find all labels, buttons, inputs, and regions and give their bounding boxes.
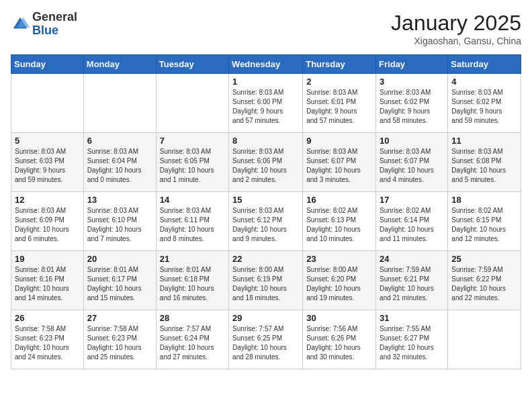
calendar-cell: 8Sunrise: 8:03 AM Sunset: 6:06 PM Daylig… bbox=[229, 133, 303, 192]
day-number: 28 bbox=[160, 313, 225, 323]
day-number: 21 bbox=[160, 254, 225, 264]
calendar-cell: 10Sunrise: 8:03 AM Sunset: 6:07 PM Dayli… bbox=[376, 133, 448, 192]
logo-blue: Blue bbox=[32, 24, 58, 37]
day-info: Sunrise: 8:03 AM Sunset: 6:10 PM Dayligh… bbox=[87, 206, 152, 244]
calendar-cell: 3Sunrise: 8:03 AM Sunset: 6:02 PM Daylig… bbox=[376, 74, 448, 133]
calendar-week-3: 12Sunrise: 8:03 AM Sunset: 6:09 PM Dayli… bbox=[11, 192, 521, 251]
calendar-week-4: 19Sunrise: 8:01 AM Sunset: 6:16 PM Dayli… bbox=[11, 251, 521, 310]
weekday-header-tuesday: Tuesday bbox=[156, 55, 228, 74]
calendar-cell: 26Sunrise: 7:58 AM Sunset: 6:23 PM Dayli… bbox=[11, 310, 84, 369]
day-number: 27 bbox=[87, 313, 152, 323]
day-number: 18 bbox=[451, 195, 517, 205]
day-info: Sunrise: 8:00 AM Sunset: 6:20 PM Dayligh… bbox=[306, 265, 372, 303]
day-info: Sunrise: 8:03 AM Sunset: 6:02 PM Dayligh… bbox=[380, 88, 444, 126]
calendar-cell: 14Sunrise: 8:03 AM Sunset: 6:11 PM Dayli… bbox=[156, 192, 228, 251]
calendar-cell bbox=[83, 74, 156, 133]
calendar-week-2: 5Sunrise: 8:03 AM Sunset: 6:03 PM Daylig… bbox=[11, 133, 521, 192]
calendar-cell: 4Sunrise: 8:03 AM Sunset: 6:02 PM Daylig… bbox=[448, 74, 521, 133]
calendar-table: SundayMondayTuesdayWednesdayThursdayFrid… bbox=[11, 54, 521, 369]
day-number: 19 bbox=[15, 254, 80, 264]
day-info: Sunrise: 8:01 AM Sunset: 6:18 PM Dayligh… bbox=[160, 265, 225, 303]
calendar-cell: 24Sunrise: 7:59 AM Sunset: 6:21 PM Dayli… bbox=[376, 251, 448, 310]
calendar-cell: 20Sunrise: 8:01 AM Sunset: 6:17 PM Dayli… bbox=[83, 251, 156, 310]
day-number: 17 bbox=[380, 195, 444, 205]
logo-icon bbox=[11, 15, 30, 34]
calendar-week-5: 26Sunrise: 7:58 AM Sunset: 6:23 PM Dayli… bbox=[11, 310, 521, 369]
day-info: Sunrise: 8:02 AM Sunset: 6:15 PM Dayligh… bbox=[451, 206, 517, 244]
calendar-cell: 15Sunrise: 8:03 AM Sunset: 6:12 PM Dayli… bbox=[229, 192, 303, 251]
day-number: 4 bbox=[451, 77, 517, 87]
day-info: Sunrise: 8:02 AM Sunset: 6:14 PM Dayligh… bbox=[380, 206, 444, 244]
day-info: Sunrise: 8:03 AM Sunset: 6:12 PM Dayligh… bbox=[232, 206, 299, 244]
day-info: Sunrise: 8:03 AM Sunset: 6:06 PM Dayligh… bbox=[232, 147, 299, 185]
calendar-cell: 17Sunrise: 8:02 AM Sunset: 6:14 PM Dayli… bbox=[376, 192, 448, 251]
day-info: Sunrise: 8:02 AM Sunset: 6:13 PM Dayligh… bbox=[306, 206, 372, 244]
calendar-cell: 7Sunrise: 8:03 AM Sunset: 6:05 PM Daylig… bbox=[156, 133, 228, 192]
day-info: Sunrise: 8:03 AM Sunset: 6:08 PM Dayligh… bbox=[451, 147, 517, 185]
day-number: 29 bbox=[232, 313, 299, 323]
page-header: General Blue January 2025 Xigaoshan, Gan… bbox=[11, 11, 521, 46]
day-info: Sunrise: 8:03 AM Sunset: 6:09 PM Dayligh… bbox=[15, 206, 80, 244]
calendar-cell bbox=[156, 74, 228, 133]
day-info: Sunrise: 8:03 AM Sunset: 6:07 PM Dayligh… bbox=[306, 147, 372, 185]
day-number: 16 bbox=[306, 195, 372, 205]
calendar-cell: 2Sunrise: 8:03 AM Sunset: 6:01 PM Daylig… bbox=[303, 74, 376, 133]
day-number: 11 bbox=[451, 136, 517, 146]
day-number: 9 bbox=[306, 136, 372, 146]
day-number: 14 bbox=[160, 195, 225, 205]
calendar-cell: 12Sunrise: 8:03 AM Sunset: 6:09 PM Dayli… bbox=[11, 192, 84, 251]
day-number: 13 bbox=[87, 195, 152, 205]
day-info: Sunrise: 7:59 AM Sunset: 6:22 PM Dayligh… bbox=[451, 265, 517, 303]
day-info: Sunrise: 8:03 AM Sunset: 6:07 PM Dayligh… bbox=[380, 147, 444, 185]
location: Xigaoshan, Gansu, China bbox=[391, 36, 521, 46]
weekday-header-sunday: Sunday bbox=[11, 55, 84, 74]
weekday-header-saturday: Saturday bbox=[448, 55, 521, 74]
day-info: Sunrise: 7:56 AM Sunset: 6:26 PM Dayligh… bbox=[306, 324, 372, 362]
day-number: 26 bbox=[15, 313, 80, 323]
day-info: Sunrise: 7:59 AM Sunset: 6:21 PM Dayligh… bbox=[380, 265, 444, 303]
calendar-cell bbox=[11, 74, 84, 133]
day-info: Sunrise: 7:57 AM Sunset: 6:24 PM Dayligh… bbox=[160, 324, 225, 362]
calendar-cell: 13Sunrise: 8:03 AM Sunset: 6:10 PM Dayli… bbox=[83, 192, 156, 251]
day-info: Sunrise: 8:03 AM Sunset: 6:04 PM Dayligh… bbox=[87, 147, 152, 185]
calendar-body: 1Sunrise: 8:03 AM Sunset: 6:00 PM Daylig… bbox=[11, 74, 521, 369]
calendar-cell: 25Sunrise: 7:59 AM Sunset: 6:22 PM Dayli… bbox=[448, 251, 521, 310]
day-number: 31 bbox=[380, 313, 444, 323]
weekday-header-friday: Friday bbox=[376, 55, 448, 74]
day-info: Sunrise: 8:01 AM Sunset: 6:17 PM Dayligh… bbox=[87, 265, 152, 303]
calendar-cell: 19Sunrise: 8:01 AM Sunset: 6:16 PM Dayli… bbox=[11, 251, 84, 310]
calendar-cell: 23Sunrise: 8:00 AM Sunset: 6:20 PM Dayli… bbox=[303, 251, 376, 310]
day-info: Sunrise: 8:03 AM Sunset: 6:03 PM Dayligh… bbox=[15, 147, 80, 185]
day-number: 22 bbox=[232, 254, 299, 264]
day-info: Sunrise: 7:58 AM Sunset: 6:23 PM Dayligh… bbox=[87, 324, 152, 362]
calendar-cell: 21Sunrise: 8:01 AM Sunset: 6:18 PM Dayli… bbox=[156, 251, 228, 310]
day-number: 8 bbox=[232, 136, 299, 146]
logo-general: General bbox=[32, 10, 77, 24]
day-info: Sunrise: 8:03 AM Sunset: 6:02 PM Dayligh… bbox=[451, 88, 517, 126]
calendar-cell: 1Sunrise: 8:03 AM Sunset: 6:00 PM Daylig… bbox=[229, 74, 303, 133]
day-number: 7 bbox=[160, 136, 225, 146]
logo: General Blue bbox=[11, 11, 77, 38]
calendar-cell: 22Sunrise: 8:00 AM Sunset: 6:19 PM Dayli… bbox=[229, 251, 303, 310]
day-number: 23 bbox=[306, 254, 372, 264]
day-number: 1 bbox=[232, 77, 299, 87]
calendar-cell: 11Sunrise: 8:03 AM Sunset: 6:08 PM Dayli… bbox=[448, 133, 521, 192]
calendar-cell: 29Sunrise: 7:57 AM Sunset: 6:25 PM Dayli… bbox=[229, 310, 303, 369]
day-info: Sunrise: 7:57 AM Sunset: 6:25 PM Dayligh… bbox=[232, 324, 299, 362]
weekday-header-thursday: Thursday bbox=[303, 55, 376, 74]
calendar-cell: 6Sunrise: 8:03 AM Sunset: 6:04 PM Daylig… bbox=[83, 133, 156, 192]
day-number: 3 bbox=[380, 77, 444, 87]
day-number: 25 bbox=[451, 254, 517, 264]
calendar-cell: 5Sunrise: 8:03 AM Sunset: 6:03 PM Daylig… bbox=[11, 133, 84, 192]
day-number: 10 bbox=[380, 136, 444, 146]
day-number: 5 bbox=[15, 136, 80, 146]
day-number: 12 bbox=[15, 195, 80, 205]
day-number: 30 bbox=[306, 313, 372, 323]
calendar-cell: 9Sunrise: 8:03 AM Sunset: 6:07 PM Daylig… bbox=[303, 133, 376, 192]
day-info: Sunrise: 8:03 AM Sunset: 6:11 PM Dayligh… bbox=[160, 206, 225, 244]
day-info: Sunrise: 8:03 AM Sunset: 6:00 PM Dayligh… bbox=[232, 88, 299, 126]
day-number: 24 bbox=[380, 254, 444, 264]
calendar-week-1: 1Sunrise: 8:03 AM Sunset: 6:00 PM Daylig… bbox=[11, 74, 521, 133]
day-info: Sunrise: 7:55 AM Sunset: 6:27 PM Dayligh… bbox=[380, 324, 444, 362]
calendar-cell: 18Sunrise: 8:02 AM Sunset: 6:15 PM Dayli… bbox=[448, 192, 521, 251]
